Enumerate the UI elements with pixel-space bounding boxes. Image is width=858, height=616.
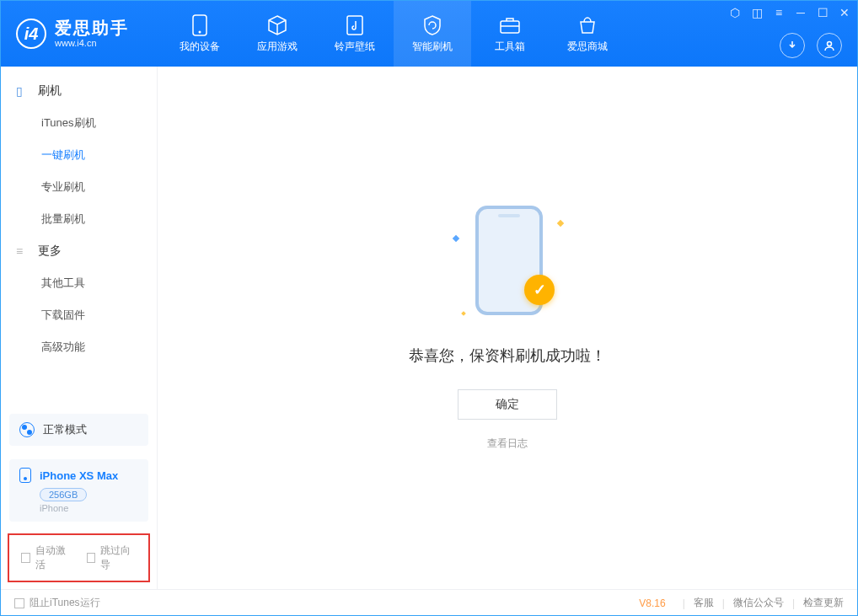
tab-flash[interactable]: 智能刷机 — [394, 1, 471, 67]
user-button[interactable] — [817, 33, 842, 58]
phone-small-icon: ▯ — [16, 84, 29, 98]
logo-icon: i4 — [16, 19, 46, 49]
sparkle-icon — [453, 234, 459, 241]
sparkle-icon — [557, 219, 564, 226]
device-type: iPhone — [40, 503, 138, 513]
sidebar-item-advanced[interactable]: 高级功能 — [1, 331, 157, 363]
sidebar-item-itunes-flash[interactable]: iTunes刷机 — [1, 107, 157, 139]
tab-shop[interactable]: 爱思商城 — [549, 1, 626, 67]
toolbox-icon — [499, 14, 521, 36]
svg-point-4 — [828, 42, 832, 46]
checkbox-block-itunes[interactable]: 阻止iTunes运行 — [14, 596, 100, 610]
device-small-icon — [19, 468, 31, 483]
logo-title: 爱思助手 — [55, 18, 129, 38]
list-icon: ≡ — [16, 244, 29, 258]
nav-tabs: 我的设备 应用游戏 铃声壁纸 智能刷机 工具箱 爱思商城 — [161, 1, 626, 67]
view-log-link[interactable]: 查看日志 — [487, 437, 528, 451]
status-bar: 阻止iTunes运行 V8.16 | 客服 | 微信公众号 | 检查更新 — [1, 589, 857, 616]
mode-label: 正常模式 — [43, 422, 87, 437]
app-header: i4 爱思助手 www.i4.cn 我的设备 应用游戏 铃声壁纸 智能刷机 工具… — [1, 1, 857, 67]
sidebar-group-more: ≡ 更多 — [1, 235, 157, 267]
sidebar-item-other-tools[interactable]: 其他工具 — [1, 267, 157, 299]
music-note-icon — [344, 14, 366, 36]
sidebar-group-flash: ▯ 刷机 — [1, 75, 157, 107]
window-controls: ⬡ ◫ ≡ ─ ☐ ✕ — [729, 6, 850, 19]
svg-rect-3 — [501, 21, 519, 33]
tab-ringtone-wallpaper[interactable]: 铃声壁纸 — [316, 1, 394, 67]
sidebar-item-pro-flash[interactable]: 专业刷机 — [1, 171, 157, 203]
header-right-buttons — [780, 33, 842, 58]
maximize-icon[interactable]: ☐ — [817, 6, 829, 19]
mode-icon — [19, 422, 35, 437]
sparkle-icon — [461, 311, 466, 316]
sidebar-item-batch-flash[interactable]: 批量刷机 — [1, 203, 157, 235]
footer-link-wechat[interactable]: 微信公众号 — [733, 596, 784, 610]
logo-subtitle: www.i4.cn — [55, 38, 129, 49]
version-label: V8.16 — [639, 597, 665, 609]
footer-link-support[interactable]: 客服 — [694, 596, 714, 610]
app-logo: i4 爱思助手 www.i4.cn — [1, 18, 144, 49]
success-illustration: ✓ — [457, 206, 558, 324]
feedback-icon[interactable]: ◫ — [751, 6, 763, 19]
checkbox-skip-guide[interactable]: 跳过向导 — [87, 544, 137, 572]
checkbox-auto-activate[interactable]: 自动激活 — [21, 544, 72, 572]
svg-point-1 — [199, 30, 201, 33]
device-info-box[interactable]: iPhone XS Max 256GB iPhone — [9, 459, 148, 522]
tab-apps-games[interactable]: 应用游戏 — [239, 1, 316, 67]
device-name: iPhone XS Max — [40, 469, 118, 482]
close-icon[interactable]: ✕ — [839, 6, 850, 19]
refresh-shield-icon — [421, 14, 443, 36]
tab-my-device[interactable]: 我的设备 — [161, 1, 239, 67]
sidebar-item-download-firmware[interactable]: 下载固件 — [1, 299, 157, 331]
ok-button[interactable]: 确定 — [458, 389, 557, 420]
tab-toolbox[interactable]: 工具箱 — [471, 1, 549, 67]
menu-icon[interactable]: ≡ — [773, 6, 785, 19]
minimize-icon[interactable]: ─ — [795, 6, 807, 19]
shop-icon — [576, 14, 598, 36]
svg-rect-2 — [347, 16, 362, 35]
download-button[interactable] — [780, 33, 805, 58]
device-icon — [189, 14, 211, 36]
cube-icon — [266, 14, 288, 36]
highlighted-options-row: 自动激活 跳过向导 — [8, 533, 150, 582]
main-content: ✓ 恭喜您，保资料刷机成功啦！ 确定 查看日志 — [158, 67, 857, 589]
device-capacity: 256GB — [40, 488, 87, 501]
success-message: 恭喜您，保资料刷机成功啦！ — [409, 345, 606, 366]
sidebar: ▯ 刷机 iTunes刷机 一键刷机 专业刷机 批量刷机 ≡ 更多 其他工具 下… — [1, 67, 158, 589]
footer-link-update[interactable]: 检查更新 — [803, 596, 844, 610]
device-mode-box[interactable]: 正常模式 — [9, 414, 148, 446]
skin-icon[interactable]: ⬡ — [729, 6, 741, 19]
sidebar-item-oneclick-flash[interactable]: 一键刷机 — [1, 139, 157, 171]
check-badge-icon: ✓ — [524, 275, 555, 305]
